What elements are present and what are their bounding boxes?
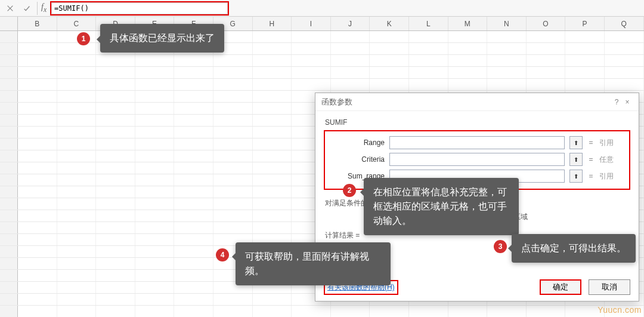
annotation-callout-3: 点击确定，可得出结果。 xyxy=(512,234,636,263)
arg-input-criteria[interactable] xyxy=(389,153,565,166)
col-header[interactable]: B xyxy=(18,17,57,30)
callout-text: 可获取帮助，里面附有讲解视频。 xyxy=(245,251,369,276)
range-picker-icon[interactable]: ⬆ xyxy=(569,170,583,183)
cancel-button[interactable]: 取消 xyxy=(589,279,630,295)
function-name: SUMIF xyxy=(325,118,630,127)
col-header[interactable]: J xyxy=(331,17,370,30)
arg-result: 任意 xyxy=(599,155,623,165)
equals-sign: = xyxy=(587,172,595,180)
equals-sign: = xyxy=(587,155,595,164)
col-header[interactable]: P xyxy=(565,17,605,30)
arg-row-criteria: Criteria ⬆ = 任意 xyxy=(331,153,623,166)
col-header[interactable]: Q xyxy=(605,17,644,30)
col-header[interactable]: L xyxy=(409,17,448,30)
equals-sign: = xyxy=(587,139,595,147)
cancel-icon[interactable] xyxy=(4,2,17,15)
col-header[interactable]: M xyxy=(448,17,488,30)
annotation-callout-2: 在相应位置将信息补充完整，可框选相应的区域单元格，也可手动输入。 xyxy=(364,178,519,235)
enter-icon[interactable] xyxy=(20,2,33,15)
arg-input-range[interactable] xyxy=(389,136,565,149)
col-header[interactable]: K xyxy=(370,17,409,30)
select-all-corner[interactable] xyxy=(0,17,18,30)
callout-text: 点击确定，可得出结果。 xyxy=(521,243,626,253)
col-header[interactable]: C xyxy=(57,17,97,30)
annotation-badge-3: 3 xyxy=(494,240,507,253)
annotation-callout-1: 具体函数已经显示出来了 xyxy=(100,24,224,53)
help-icon[interactable]: ? xyxy=(611,98,622,106)
formula-input-highlight xyxy=(50,1,229,16)
formula-input[interactable] xyxy=(51,2,228,14)
arg-result: 引用 xyxy=(599,138,623,148)
col-header[interactable]: O xyxy=(527,17,566,30)
fx-icon[interactable]: fx xyxy=(41,2,47,14)
dialog-title: 函数参数 xyxy=(321,97,611,107)
annotation-badge-4: 4 xyxy=(216,248,229,261)
callout-text: 具体函数已经显示出来了 xyxy=(110,33,215,43)
arg-label: Range xyxy=(331,139,385,147)
col-header[interactable]: I xyxy=(292,17,331,30)
col-header[interactable]: N xyxy=(487,17,527,30)
ok-button[interactable]: 确定 xyxy=(540,279,581,295)
annotation-badge-1: 1 xyxy=(77,32,90,45)
annotation-callout-4: 可获取帮助，里面附有讲解视频。 xyxy=(236,242,391,285)
column-header-row: B C D E F G H I J K L M N O P Q xyxy=(0,17,644,31)
range-picker-icon[interactable]: ⬆ xyxy=(569,153,583,166)
range-picker-icon[interactable]: ⬆ xyxy=(569,136,583,149)
arg-label: Criteria xyxy=(331,155,385,164)
col-header[interactable]: H xyxy=(253,17,292,30)
arg-row-range: Range ⬆ = 引用 xyxy=(331,136,623,149)
dialog-titlebar[interactable]: 函数参数 ? × xyxy=(315,93,639,111)
close-icon[interactable]: × xyxy=(622,98,633,106)
callout-text: 在相应位置将信息补充完整，可框选相应的区域单元格，也可手动输入。 xyxy=(373,187,507,226)
watermark: Yuucn.com xyxy=(597,305,642,315)
result-label: 计算结果 = xyxy=(325,231,360,239)
arg-result: 引用 xyxy=(599,171,623,181)
formula-bar: fx xyxy=(0,0,644,17)
annotation-badge-2: 2 xyxy=(343,184,356,197)
separator xyxy=(37,2,38,15)
